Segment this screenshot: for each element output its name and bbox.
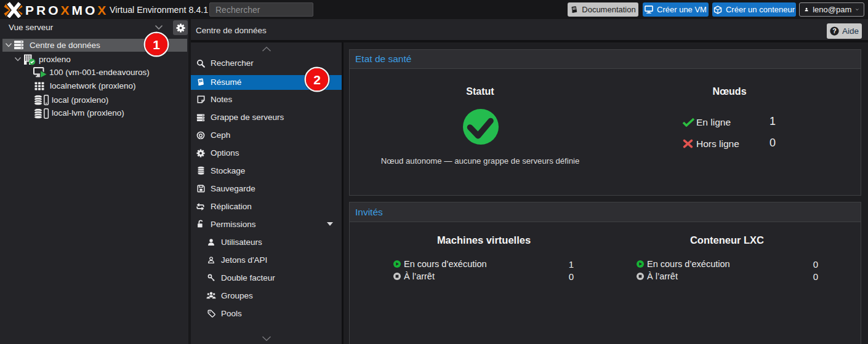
svg-text:?: ? (832, 27, 837, 34)
svg-text:2: 2 (313, 72, 321, 86)
svg-text:1: 1 (153, 37, 160, 51)
